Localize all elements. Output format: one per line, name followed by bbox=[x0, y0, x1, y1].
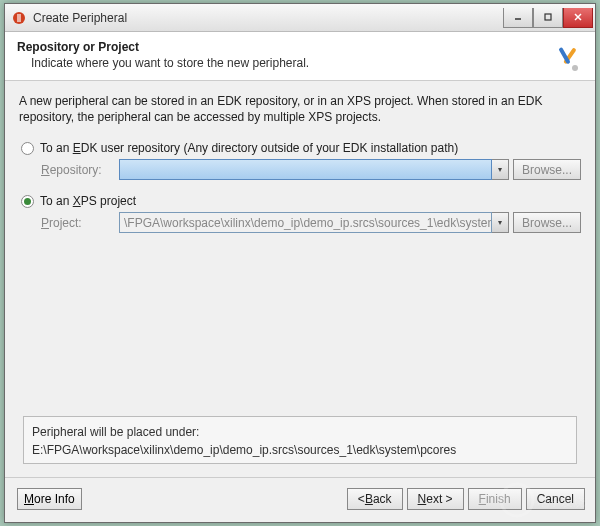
project-dropdown-button[interactable]: ▾ bbox=[492, 212, 509, 233]
footer-separator bbox=[5, 477, 595, 478]
chevron-down-icon: ▾ bbox=[498, 218, 502, 227]
placement-path: E:\FPGA\workspace\xilinx\demo_ip\demo_ip… bbox=[32, 441, 568, 459]
radio-xps-label: To an XPS project bbox=[40, 194, 136, 208]
radio-edk-repository[interactable]: To an EDK user repository (Any directory… bbox=[21, 141, 581, 155]
next-button[interactable]: Next > bbox=[407, 488, 464, 510]
maximize-button[interactable] bbox=[533, 8, 563, 28]
repository-dropdown-button[interactable]: ▾ bbox=[492, 159, 509, 180]
page-subtitle: Indicate where you want to store the new… bbox=[31, 56, 583, 70]
more-info-button[interactable]: More Info bbox=[17, 488, 82, 510]
dialog-window: Create Peripheral Repository or Project … bbox=[4, 3, 596, 523]
window-title: Create Peripheral bbox=[33, 11, 503, 25]
title-bar: Create Peripheral bbox=[5, 4, 595, 32]
project-input[interactable]: \FPGA\workspace\xilinx\demo_ip\demo_ip.s… bbox=[119, 212, 492, 233]
page-title: Repository or Project bbox=[17, 40, 583, 54]
app-icon bbox=[11, 10, 27, 26]
wizard-footer-buttons: < Back Next > Finish Cancel bbox=[347, 488, 585, 510]
finish-button[interactable]: Finish bbox=[468, 488, 522, 510]
repository-input[interactable] bbox=[119, 159, 492, 180]
project-label: Project: bbox=[41, 216, 119, 230]
radio-xps-project[interactable]: To an XPS project bbox=[21, 194, 581, 208]
radio-edk-label: To an EDK user repository (Any directory… bbox=[40, 141, 458, 155]
cancel-button[interactable]: Cancel bbox=[526, 488, 585, 510]
project-browse-button[interactable]: Browse... bbox=[513, 212, 581, 233]
chevron-down-icon: ▾ bbox=[498, 165, 502, 174]
repository-label: Repository: bbox=[41, 163, 119, 177]
repository-browse-button[interactable]: Browse... bbox=[513, 159, 581, 180]
window-buttons bbox=[503, 8, 593, 28]
placement-path-box: Peripheral will be placed under: E:\FPGA… bbox=[23, 416, 577, 464]
project-field-row: Project: \FPGA\workspace\xilinx\demo_ip\… bbox=[41, 212, 581, 233]
placement-label: Peripheral will be placed under: bbox=[32, 423, 568, 441]
radio-icon bbox=[21, 142, 34, 155]
repository-field-row: Repository: ▾ Browse... bbox=[41, 159, 581, 180]
svg-rect-1 bbox=[17, 14, 21, 22]
wizard-banner-icon bbox=[551, 44, 583, 76]
radio-icon bbox=[21, 195, 34, 208]
intro-text: A new peripheral can be stored in an EDK… bbox=[19, 93, 581, 125]
back-button[interactable]: < Back bbox=[347, 488, 403, 510]
wizard-body: A new peripheral can be stored in an EDK… bbox=[5, 81, 595, 367]
svg-rect-3 bbox=[545, 14, 551, 20]
svg-point-8 bbox=[572, 65, 578, 71]
close-button[interactable] bbox=[563, 8, 593, 28]
wizard-header: Repository or Project Indicate where you… bbox=[5, 32, 595, 81]
minimize-button[interactable] bbox=[503, 8, 533, 28]
spacer bbox=[19, 247, 581, 357]
